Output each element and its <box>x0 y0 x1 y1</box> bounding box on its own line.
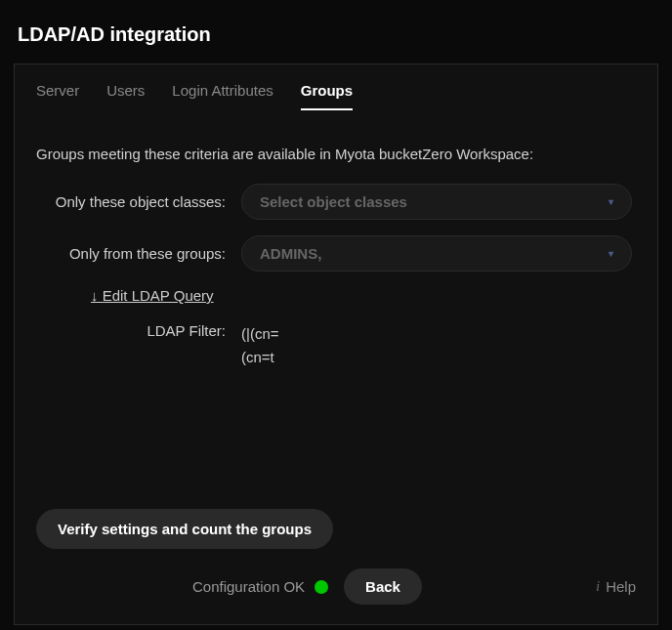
tab-server[interactable]: Server <box>36 82 79 110</box>
object-classes-label: Only these object classes: <box>36 184 241 212</box>
row-ldap-filter: LDAP Filter: (|(cn= (cn=t <box>36 322 636 369</box>
tab-login-attributes[interactable]: Login Attributes <box>172 82 273 110</box>
status-row: Configuration OK Back i Help <box>36 568 636 605</box>
from-groups-value: ADMINS, <box>260 245 321 262</box>
chevron-down-icon: ▾ <box>609 196 613 207</box>
edit-ldap-query-link[interactable]: ↓ Edit LDAP Query <box>91 287 214 304</box>
from-groups-label: Only from these groups: <box>36 235 241 264</box>
page-title: LDAP/AD integration <box>0 0 672 63</box>
back-button[interactable]: Back <box>344 568 422 605</box>
row-object-classes: Only these object classes: Select object… <box>36 184 636 220</box>
settings-panel: Server Users Login Attributes Groups Gro… <box>14 63 658 625</box>
intro-text: Groups meeting these criteria are availa… <box>36 146 636 162</box>
tab-users[interactable]: Users <box>106 82 145 110</box>
config-status-text: Configuration OK <box>192 578 305 595</box>
ldap-filter-value: (|(cn= (cn=t <box>241 322 279 369</box>
ldap-filter-label: LDAP Filter: <box>36 322 241 339</box>
edit-ldap-query: ↓ Edit LDAP Query <box>91 287 636 305</box>
object-classes-placeholder: Select object classes <box>260 193 407 210</box>
help-link[interactable]: i Help <box>596 578 636 595</box>
help-label: Help <box>606 578 636 595</box>
tab-content: Groups meeting these criteria are availa… <box>15 110 657 369</box>
chevron-down-icon: ▾ <box>609 248 613 259</box>
verify-button[interactable]: Verify settings and count the groups <box>36 509 333 549</box>
footer: Verify settings and count the groups Con… <box>36 509 636 605</box>
row-from-groups: Only from these groups: ADMINS, ▾ <box>36 235 636 272</box>
info-icon: i <box>596 578 600 595</box>
status-ok-icon <box>315 580 328 594</box>
tab-bar: Server Users Login Attributes Groups <box>15 64 657 110</box>
tab-groups[interactable]: Groups <box>301 82 353 110</box>
from-groups-select[interactable]: ADMINS, ▾ <box>241 235 632 272</box>
object-classes-select[interactable]: Select object classes ▾ <box>241 184 632 220</box>
